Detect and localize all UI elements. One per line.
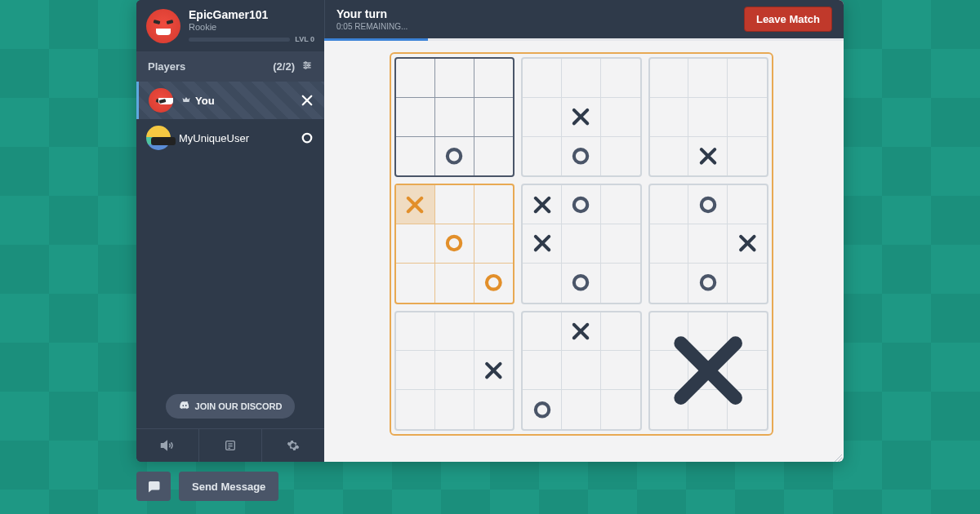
cell-1-1[interactable] <box>562 59 601 98</box>
cell-3-1[interactable] <box>435 185 474 224</box>
cell-6-3[interactable] <box>396 351 435 390</box>
cell-5-5[interactable] <box>728 224 767 264</box>
cell-2-1[interactable] <box>688 59 728 98</box>
svg-point-22 <box>487 276 501 290</box>
cell-4-2[interactable] <box>601 185 640 224</box>
cell-1-6[interactable] <box>523 137 562 176</box>
settings-button[interactable] <box>262 429 324 462</box>
send-message-button[interactable]: Send Message <box>179 472 278 501</box>
cell-1-3[interactable] <box>523 98 562 137</box>
cell-3-0[interactable] <box>396 185 435 224</box>
cell-6-0[interactable] <box>396 312 435 352</box>
leave-match-button[interactable]: Leave Match <box>744 7 832 32</box>
cell-2-2[interactable] <box>728 59 767 98</box>
cell-0-5[interactable] <box>474 98 514 137</box>
cell-5-7[interactable] <box>688 264 728 303</box>
cell-4-5[interactable] <box>601 224 640 264</box>
cell-2-6[interactable] <box>650 137 689 176</box>
cell-3-6[interactable] <box>396 264 435 303</box>
cell-1-4[interactable] <box>562 98 601 137</box>
cell-5-2[interactable] <box>728 185 767 224</box>
cell-7-3[interactable] <box>523 351 562 390</box>
cell-0-6[interactable] <box>396 137 435 176</box>
cell-3-4[interactable] <box>435 224 474 264</box>
cell-5-3[interactable] <box>650 224 689 264</box>
cell-1-2[interactable] <box>601 59 640 98</box>
cell-6-4[interactable] <box>435 351 474 390</box>
cell-0-7[interactable] <box>435 137 474 176</box>
cell-6-2[interactable] <box>474 312 514 352</box>
cell-2-5[interactable] <box>728 98 767 137</box>
cell-8-5 <box>728 351 767 390</box>
game-area <box>324 41 844 462</box>
cell-1-7[interactable] <box>562 137 601 176</box>
chat-icon-button[interactable] <box>136 472 171 501</box>
cell-2-4[interactable] <box>688 98 728 137</box>
cell-5-4[interactable] <box>688 224 728 264</box>
cell-1-8[interactable] <box>601 137 640 176</box>
cell-4-4[interactable] <box>562 224 601 264</box>
cell-0-3[interactable] <box>396 98 435 137</box>
svg-line-40 <box>835 454 842 462</box>
svg-point-21 <box>448 237 461 250</box>
news-button[interactable] <box>199 429 262 462</box>
cell-3-3[interactable] <box>396 224 435 264</box>
cell-7-0[interactable] <box>523 312 562 352</box>
sub-board-7 <box>521 311 641 431</box>
join-discord-button[interactable]: JOIN OUR DISCORD <box>166 394 296 419</box>
cell-8-4 <box>688 351 728 390</box>
cell-1-5[interactable] <box>601 98 640 137</box>
cell-3-8[interactable] <box>474 264 514 303</box>
cell-7-4[interactable] <box>562 351 601 390</box>
cell-0-0[interactable] <box>396 59 435 98</box>
player-mark-x <box>300 93 314 108</box>
filter-icon[interactable] <box>301 60 313 73</box>
game-window: EpicGamer101 Rookie LVL 0 Players (2/2) <box>136 0 844 462</box>
player-row-you[interactable]: You <box>136 82 324 119</box>
sub-board-0 <box>394 57 514 177</box>
sound-button[interactable] <box>136 429 199 462</box>
cell-6-6[interactable] <box>396 390 435 429</box>
cell-7-1[interactable] <box>562 312 601 352</box>
cell-4-7[interactable] <box>562 264 601 303</box>
cell-0-2[interactable] <box>474 59 514 98</box>
cell-2-7[interactable] <box>688 137 728 176</box>
cell-4-0[interactable] <box>523 185 562 224</box>
turn-remaining: 0:05 REMAINING... <box>336 22 408 31</box>
cell-7-8[interactable] <box>601 390 640 429</box>
cell-7-2[interactable] <box>601 312 640 352</box>
cell-4-1[interactable] <box>562 185 601 224</box>
level-label: LVL 0 <box>295 35 314 43</box>
avatar <box>146 9 180 43</box>
resize-handle[interactable] <box>832 450 842 460</box>
cell-0-4[interactable] <box>435 98 474 137</box>
cell-2-0[interactable] <box>650 59 689 98</box>
cell-4-8[interactable] <box>601 264 640 303</box>
cell-7-7[interactable] <box>562 390 601 429</box>
cell-2-3[interactable] <box>650 98 689 137</box>
cell-6-1[interactable] <box>435 312 474 352</box>
crown-icon <box>181 95 191 107</box>
sidebar-footer <box>136 428 324 462</box>
cell-4-6[interactable] <box>523 264 562 303</box>
cell-2-8[interactable] <box>728 137 767 176</box>
cell-5-6[interactable] <box>650 264 689 303</box>
cell-6-8[interactable] <box>474 390 514 429</box>
profile-rank: Rookie <box>189 22 314 32</box>
player-row-opponent[interactable]: MyUniqueUser <box>136 119 324 157</box>
cell-6-7[interactable] <box>435 390 474 429</box>
cell-5-0[interactable] <box>650 185 689 224</box>
cell-4-3[interactable] <box>523 224 562 264</box>
cell-7-6[interactable] <box>523 390 562 429</box>
cell-1-0[interactable] <box>523 59 562 98</box>
cell-6-5[interactable] <box>474 351 514 390</box>
cell-7-5[interactable] <box>601 351 640 390</box>
cell-5-8[interactable] <box>728 264 767 303</box>
cell-5-1[interactable] <box>688 185 728 224</box>
cell-0-8[interactable] <box>474 137 514 176</box>
cell-3-5[interactable] <box>474 224 514 264</box>
cell-0-1[interactable] <box>435 59 474 98</box>
cell-8-2 <box>728 312 767 352</box>
cell-3-7[interactable] <box>435 264 474 303</box>
cell-3-2[interactable] <box>474 185 514 224</box>
